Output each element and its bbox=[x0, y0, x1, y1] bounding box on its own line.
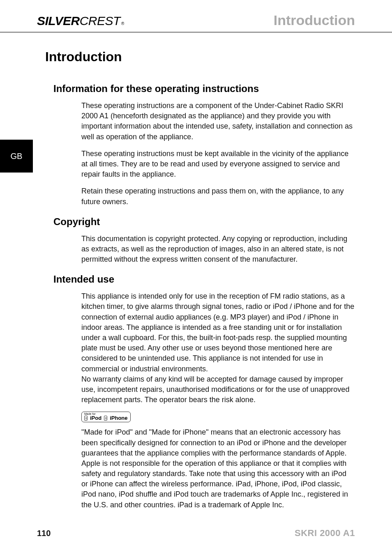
subsection-heading-copyright: Copyright bbox=[53, 216, 355, 228]
badge-ipod: iPod bbox=[90, 415, 101, 421]
brand-part2: CREST bbox=[80, 14, 120, 28]
ipod-icon: ▯ bbox=[84, 416, 88, 421]
iphone-icon: ▯ bbox=[104, 416, 107, 421]
main-heading: Introduction bbox=[45, 49, 355, 64]
registered-mark: ® bbox=[121, 21, 124, 26]
body-paragraph: This appliance is intended only for use … bbox=[81, 291, 355, 405]
badge-bottom: ▯ iPod ▯ iPhone bbox=[84, 415, 128, 421]
body-paragraph: These operating instructions must be kep… bbox=[81, 149, 355, 180]
brand-logo: SILVERCREST® bbox=[37, 14, 124, 28]
subsection-heading-info: Information for these operating instruct… bbox=[53, 83, 355, 94]
body-paragraph: This documentation is copyright protecte… bbox=[81, 234, 355, 265]
brand-part1: SILVER bbox=[37, 14, 80, 28]
body-paragraph: These operating instructions are a compo… bbox=[81, 101, 355, 142]
page-footer: 110 SKRI 2000 A1 bbox=[0, 528, 392, 539]
language-tab: GB bbox=[0, 140, 33, 173]
body-paragraph: Retain these operating instructions and … bbox=[81, 186, 355, 207]
made-for-badge-wrap: Made for ▯ iPod ▯ iPhone bbox=[81, 412, 355, 422]
made-for-badge: Made for ▯ iPod ▯ iPhone bbox=[81, 412, 131, 422]
language-code: GB bbox=[11, 152, 23, 161]
page-number: 110 bbox=[37, 529, 51, 538]
page-header: SILVERCREST® Introduction bbox=[0, 0, 392, 33]
model-label: SKRI 2000 A1 bbox=[295, 528, 355, 539]
body-paragraph: "Made for iPod" and "Made for iPhone" me… bbox=[81, 427, 355, 510]
badge-iphone: iPhone bbox=[110, 415, 127, 421]
main-content: Introduction Information for these opera… bbox=[0, 49, 392, 510]
subsection-heading-intended-use: Intended use bbox=[53, 274, 355, 285]
header-section-title: Introduction bbox=[274, 12, 355, 28]
